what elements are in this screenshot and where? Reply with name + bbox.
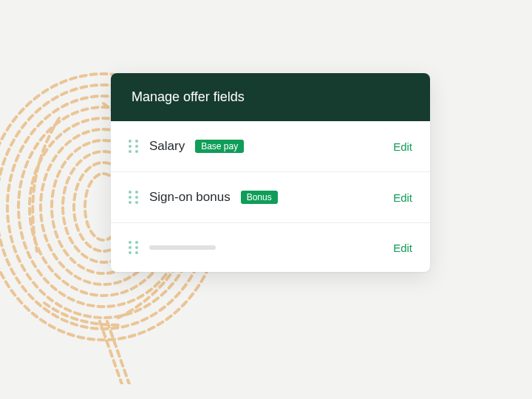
drag-handle-icon[interactable] (129, 241, 139, 254)
drag-handle-icon[interactable] (129, 191, 139, 204)
field-type-badge: Base pay (195, 140, 244, 153)
edit-button[interactable]: Edit (393, 191, 412, 204)
field-type-badge: Bonus (241, 191, 278, 204)
svg-line-10 (100, 321, 122, 384)
empty-field-placeholder (149, 245, 216, 250)
offer-field-row: Sign-on bonus Bonus Edit (111, 172, 430, 223)
field-name: Salary (149, 139, 185, 154)
offer-field-row: Edit (111, 223, 430, 272)
manage-offer-fields-card: Manage offer fields Salary Base pay Edit… (111, 73, 430, 272)
edit-button[interactable]: Edit (393, 242, 412, 254)
card-title: Manage offer fields (111, 73, 430, 121)
drag-handle-icon[interactable] (129, 140, 139, 153)
field-name: Sign-on bonus (149, 190, 231, 205)
edit-button[interactable]: Edit (393, 140, 412, 153)
offer-field-row: Salary Base pay Edit (111, 121, 430, 172)
svg-line-11 (107, 321, 129, 384)
